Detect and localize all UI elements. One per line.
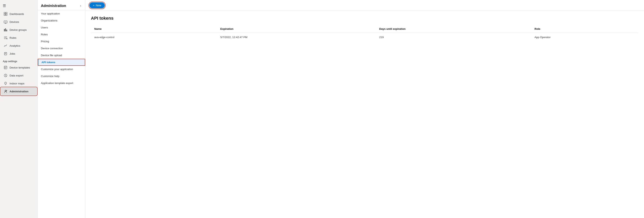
- sidebar-item-dashboards-label: Dashboards: [10, 12, 24, 16]
- sidebar-item-jobs-label: Jobs: [10, 52, 15, 55]
- svg-point-14: [5, 90, 6, 91]
- table-header: Name Expiration Days until expiration Ro…: [91, 25, 638, 33]
- sidebar-item-indoor-maps[interactable]: Indoor maps: [1, 80, 37, 87]
- admin-menu-device-file-upload[interactable]: Device file upload: [38, 52, 85, 59]
- sidebar-item-device-templates[interactable]: Device templates: [1, 64, 37, 71]
- table-body: ava-edge-control 5/7/2022, 12:42:47 PM 2…: [91, 33, 638, 42]
- cell-days-until-expiration: 219: [376, 33, 531, 42]
- admin-menu-pricing[interactable]: Pricing: [38, 38, 85, 45]
- new-button[interactable]: + New: [89, 2, 105, 8]
- admin-menu-users[interactable]: Users: [38, 24, 85, 31]
- sidebar-item-data-export-label: Data export: [10, 74, 24, 77]
- app-settings-label: App settings: [0, 58, 38, 64]
- jobs-icon: [4, 52, 8, 56]
- svg-rect-7: [5, 28, 6, 31]
- svg-rect-0: [4, 12, 5, 14]
- sidebar-item-device-groups-label: Device groups: [10, 28, 26, 31]
- svg-rect-1: [6, 12, 7, 14]
- sidebar-item-device-groups[interactable]: Device groups: [1, 26, 37, 34]
- hamburger-menu[interactable]: ☰: [0, 2, 38, 10]
- left-nav: ☰ Dashboards Devices: [0, 0, 38, 218]
- cell-name: ava-edge-control: [91, 33, 217, 42]
- device-templates-icon: [4, 66, 8, 70]
- rules-icon: [4, 36, 8, 40]
- sidebar-item-administration-label: Administration: [10, 90, 28, 93]
- sidebar-item-administration[interactable]: Administration: [1, 88, 37, 95]
- admin-menu-organizations[interactable]: Organizations: [38, 17, 85, 24]
- admin-menu-device-connection[interactable]: Device connection: [38, 45, 85, 52]
- device-groups-icon: [4, 28, 8, 32]
- admin-menu-roles[interactable]: Roles: [38, 31, 85, 38]
- admin-menu-your-application[interactable]: Your application: [38, 10, 85, 17]
- analytics-icon: [4, 44, 8, 48]
- svg-rect-2: [4, 14, 5, 16]
- middle-panel: Administration ‹ Your application Organi…: [38, 0, 85, 218]
- sidebar-item-analytics[interactable]: Analytics: [1, 42, 37, 50]
- admin-menu-customize-help[interactable]: Customize help: [38, 73, 85, 80]
- admin-menu-api-tokens[interactable]: API tokens: [38, 59, 85, 66]
- svg-point-5: [5, 22, 6, 22]
- svg-rect-3: [6, 14, 7, 16]
- sidebar-item-rules-label: Rules: [10, 36, 16, 39]
- col-header-expiration: Expiration: [217, 25, 376, 33]
- data-export-icon: [4, 74, 8, 78]
- col-header-name: Name: [91, 25, 217, 33]
- middle-panel-header: Administration ‹: [38, 0, 85, 10]
- main-body: API tokens Name Expiration Days until ex…: [85, 11, 644, 46]
- main-content: + New API tokens Name Expiration Days un…: [85, 0, 644, 218]
- sidebar-item-rules[interactable]: Rules: [1, 34, 37, 42]
- administration-icon: [4, 89, 8, 93]
- page-title: API tokens: [91, 16, 638, 21]
- dashboards-icon: [4, 12, 8, 16]
- svg-point-15: [6, 90, 7, 91]
- sidebar-item-data-export[interactable]: Data export: [1, 72, 37, 79]
- devices-icon: [4, 20, 8, 24]
- main-toolbar: + New: [85, 0, 644, 11]
- svg-point-13: [5, 83, 6, 84]
- table-header-row: Name Expiration Days until expiration Ro…: [91, 25, 638, 33]
- col-header-days-until-expiration: Days until expiration: [376, 25, 531, 33]
- svg-rect-8: [6, 30, 7, 31]
- cell-role: App Operator: [531, 33, 638, 42]
- sidebar-item-jobs[interactable]: Jobs: [1, 50, 37, 58]
- svg-rect-11: [4, 66, 7, 69]
- sidebar-item-devices[interactable]: Devices: [1, 18, 37, 26]
- col-header-role: Role: [531, 25, 638, 33]
- indoor-maps-icon: [4, 82, 8, 85]
- collapse-button[interactable]: ‹: [80, 3, 82, 8]
- svg-rect-6: [4, 29, 5, 31]
- sidebar-item-analytics-label: Analytics: [10, 44, 20, 47]
- admin-menu-customize-your-application[interactable]: Customize your application: [38, 66, 85, 73]
- middle-panel-title: Administration: [41, 4, 66, 8]
- sidebar-item-dashboards[interactable]: Dashboards: [1, 10, 37, 18]
- sidebar-item-devices-label: Devices: [10, 20, 19, 24]
- table-row[interactable]: ava-edge-control 5/7/2022, 12:42:47 PM 2…: [91, 33, 638, 42]
- sidebar-item-device-templates-label: Device templates: [10, 66, 30, 69]
- new-button-label: New: [96, 4, 101, 7]
- cell-expiration: 5/7/2022, 12:42:47 PM: [217, 33, 376, 42]
- sidebar-item-indoor-maps-label: Indoor maps: [10, 82, 24, 85]
- api-tokens-table: Name Expiration Days until expiration Ro…: [91, 25, 638, 42]
- admin-menu-application-template-export[interactable]: Application template export: [38, 80, 85, 86]
- new-button-icon: +: [93, 4, 94, 7]
